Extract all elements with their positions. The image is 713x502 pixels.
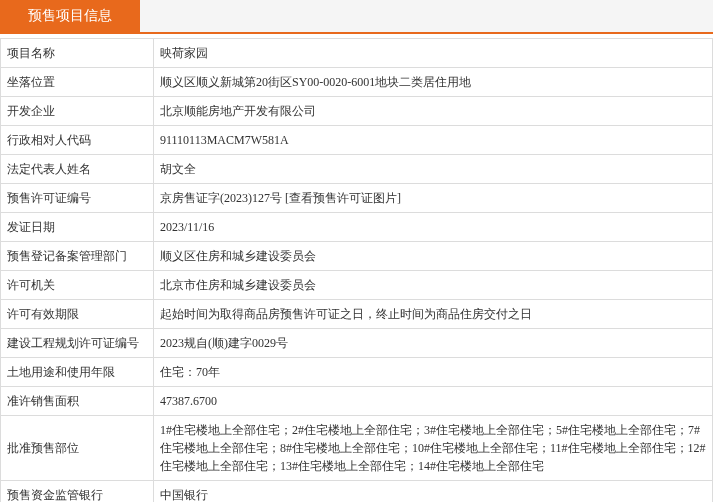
view-permit-image-link[interactable]: [查看预售许可证图片] xyxy=(285,191,401,205)
label-issue-date: 发证日期 xyxy=(1,213,154,242)
table-row: 土地用途和使用年限 住宅：70年 xyxy=(1,358,713,387)
value-land-use: 住宅：70年 xyxy=(154,358,713,387)
table-row: 建设工程规划许可证编号 2023规自(顺)建字0029号 xyxy=(1,329,713,358)
table-row: 许可机关 北京市住房和城乡建设委员会 xyxy=(1,271,713,300)
value-issue-date: 2023/11/16 xyxy=(154,213,713,242)
table-row: 准许销售面积 47387.6700 xyxy=(1,387,713,416)
label-filing-dept: 预售登记备案管理部门 xyxy=(1,242,154,271)
value-supervision-bank: 中国银行 xyxy=(154,481,713,503)
label-location: 坐落位置 xyxy=(1,68,154,97)
info-table: 项目名称 映荷家园 坐落位置 顺义区顺义新城第20街区SY00-0020-600… xyxy=(0,38,713,502)
permit-no-text: 京房售证字(2023)127号 xyxy=(160,191,282,205)
tab-presale-info[interactable]: 预售项目信息 xyxy=(0,0,140,32)
value-approved-parts: 1#住宅楼地上全部住宅；2#住宅楼地上全部住宅；3#住宅楼地上全部住宅；5#住宅… xyxy=(154,416,713,481)
value-validity: 起始时间为取得商品房预售许可证之日，终止时间为商品住房交付之日 xyxy=(154,300,713,329)
table-row: 法定代表人姓名 胡文全 xyxy=(1,155,713,184)
label-admin-code: 行政相对人代码 xyxy=(1,126,154,155)
value-filing-dept: 顺义区住房和城乡建设委员会 xyxy=(154,242,713,271)
value-admin-code: 91110113MACM7W581A xyxy=(154,126,713,155)
label-authority: 许可机关 xyxy=(1,271,154,300)
label-permit-no: 预售许可证编号 xyxy=(1,184,154,213)
label-approved-parts: 批准预售部位 xyxy=(1,416,154,481)
label-supervision-bank: 预售资金监管银行 xyxy=(1,481,154,503)
label-legal-rep: 法定代表人姓名 xyxy=(1,155,154,184)
table-row: 行政相对人代码 91110113MACM7W581A xyxy=(1,126,713,155)
table-row: 发证日期 2023/11/16 xyxy=(1,213,713,242)
table-row: 批准预售部位 1#住宅楼地上全部住宅；2#住宅楼地上全部住宅；3#住宅楼地上全部… xyxy=(1,416,713,481)
table-row: 许可有效期限 起始时间为取得商品房预售许可证之日，终止时间为商品住房交付之日 xyxy=(1,300,713,329)
table-row: 预售登记备案管理部门 顺义区住房和城乡建设委员会 xyxy=(1,242,713,271)
value-permit-no: 京房售证字(2023)127号 [查看预售许可证图片] xyxy=(154,184,713,213)
value-location: 顺义区顺义新城第20街区SY00-0020-6001地块二类居住用地 xyxy=(154,68,713,97)
label-validity: 许可有效期限 xyxy=(1,300,154,329)
value-project-name: 映荷家园 xyxy=(154,39,713,68)
label-developer: 开发企业 xyxy=(1,97,154,126)
value-developer: 北京顺能房地产开发有限公司 xyxy=(154,97,713,126)
table-row: 项目名称 映荷家园 xyxy=(1,39,713,68)
label-approved-area: 准许销售面积 xyxy=(1,387,154,416)
value-authority: 北京市住房和城乡建设委员会 xyxy=(154,271,713,300)
label-planning-permit: 建设工程规划许可证编号 xyxy=(1,329,154,358)
table-row: 预售资金监管银行 中国银行 xyxy=(1,481,713,503)
value-legal-rep: 胡文全 xyxy=(154,155,713,184)
label-land-use: 土地用途和使用年限 xyxy=(1,358,154,387)
value-planning-permit: 2023规自(顺)建字0029号 xyxy=(154,329,713,358)
tab-bar: 预售项目信息 xyxy=(0,0,713,34)
label-project-name: 项目名称 xyxy=(1,39,154,68)
table-row: 预售许可证编号 京房售证字(2023)127号 [查看预售许可证图片] xyxy=(1,184,713,213)
value-approved-area: 47387.6700 xyxy=(154,387,713,416)
table-row: 开发企业 北京顺能房地产开发有限公司 xyxy=(1,97,713,126)
table-row: 坐落位置 顺义区顺义新城第20街区SY00-0020-6001地块二类居住用地 xyxy=(1,68,713,97)
